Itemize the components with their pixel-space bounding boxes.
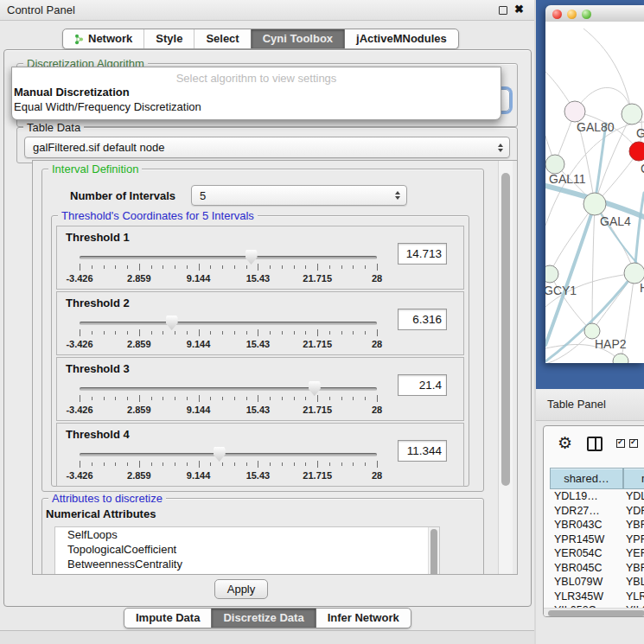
cell-name: YDL1 <box>626 490 644 502</box>
cell-name: YBR0 <box>626 562 644 574</box>
right-panel: GAL80GACGAL11GAL4GCY1HHAP2 Table Panel ⚙… <box>536 0 644 644</box>
table-toolbar: ⚙ <box>544 426 644 464</box>
column-header-name[interactable]: n <box>623 468 644 489</box>
table-row[interactable]: YBR043CYBR0 <box>544 519 644 533</box>
slider-tick-labels: -3.4262.8599.14415.4321.71528 <box>80 470 377 482</box>
node-label: C <box>641 162 644 175</box>
table-data-selected-value: galFiltered.sif default node <box>25 141 492 154</box>
network-node[interactable] <box>564 101 585 122</box>
gear-icon[interactable]: ⚙ <box>558 433 572 453</box>
control-panel: Control Panel ✖ NetworkStyleSelectCyni T… <box>0 0 534 644</box>
node-label: H <box>640 281 644 295</box>
settings-scrollbar[interactable] <box>498 161 513 574</box>
network-node[interactable] <box>545 265 558 283</box>
close-traffic-light-icon[interactable] <box>552 10 562 19</box>
threshold-panel-1: Threshold 1-3.4262.8599.14415.4321.71528 <box>56 226 464 290</box>
tick-label: 9.144 <box>187 470 211 481</box>
scrollbar-thumb[interactable] <box>548 610 644 616</box>
tab-infer-network[interactable]: Infer Network <box>316 609 411 628</box>
select-all-columns-icon[interactable] <box>629 439 638 448</box>
tab-jactivemnodules[interactable]: jActiveMNodules <box>344 29 458 48</box>
control-panel-titlebar: Control Panel ✖ <box>0 0 534 21</box>
network-node[interactable] <box>622 104 642 124</box>
split-columns-icon[interactable] <box>587 437 603 451</box>
table-horizontal-scrollbar[interactable] <box>544 608 644 617</box>
attribute-item[interactable]: SelfLoops <box>55 527 439 542</box>
tab-style[interactable]: Style <box>143 29 194 48</box>
close-icon[interactable]: ✖ <box>514 3 524 16</box>
table-row[interactable]: YDR27…YDR2 <box>544 505 644 520</box>
table-row[interactable]: YLR345WYLR3 <box>544 590 644 605</box>
list-scrollbar[interactable] <box>428 527 439 575</box>
attribute-item[interactable]: TopologicalCoefficient <box>55 542 439 557</box>
network-node[interactable] <box>613 354 628 363</box>
column-header-shared-name[interactable]: shared… <box>550 468 623 489</box>
tick-label: 21.715 <box>303 273 332 284</box>
number-of-intervals-combobox[interactable]: 5 <box>191 185 407 206</box>
zoom-traffic-light-icon[interactable] <box>582 10 591 19</box>
table-row[interactable]: YBR045CYBR0 <box>544 562 644 577</box>
slider-track[interactable] <box>80 453 377 456</box>
network-graph: GAL80GACGAL11GAL4GCY1HHAP2 <box>545 22 644 363</box>
slider-thumb[interactable] <box>309 381 321 396</box>
number-of-intervals-value: 5 <box>192 189 389 202</box>
select-columns-icon[interactable] <box>616 439 625 448</box>
tab-label: Style <box>156 29 182 48</box>
attribute-item[interactable]: BetweennessCentrality <box>55 557 439 571</box>
tick-label: 2.859 <box>127 405 151 415</box>
tick-label: 9.144 <box>187 405 211 415</box>
threshold-value-input[interactable] <box>398 243 447 265</box>
network-node[interactable] <box>545 155 564 174</box>
cell-shared-name: YBL079W <box>554 576 603 588</box>
tab-network[interactable]: Network <box>63 29 143 48</box>
table-row[interactable]: YDL19…YDL1 <box>544 490 644 505</box>
interval-definition-group: Interval Definition Number of Intervals … <box>41 169 484 492</box>
algorithm-option-equal-width[interactable]: Equal Width/Frequency Discretization <box>12 99 501 114</box>
slider-tick-labels: -3.4262.8599.14415.4321.71528 <box>80 339 377 351</box>
threshold-value-input[interactable] <box>398 440 447 462</box>
tick-label: 15.43 <box>246 405 271 415</box>
network-window-titlebar[interactable] <box>545 5 644 22</box>
group-title: Interval Definition <box>48 163 142 175</box>
threshold-value-input[interactable] <box>398 374 447 396</box>
tab-discretize-data[interactable]: Discretize Data <box>211 609 315 628</box>
tick-label: 15.43 <box>246 470 271 481</box>
float-panel-icon[interactable] <box>499 6 507 15</box>
slider-ticks <box>80 395 377 403</box>
network-node[interactable] <box>629 142 644 161</box>
thresholds-coordinates-group: Threshold's Coordinates for 5 Intervals … <box>51 215 469 487</box>
slider-thumb[interactable] <box>166 316 178 330</box>
network-canvas[interactable]: GAL80GACGAL11GAL4GCY1HHAP2 <box>545 22 644 363</box>
slider-track[interactable] <box>80 256 377 259</box>
slider-track[interactable] <box>80 387 377 391</box>
threshold-slider: -3.4262.8599.14415.4321.71528 <box>80 318 377 353</box>
slider-thumb[interactable] <box>214 447 226 462</box>
threshold-label: Threshold 2 <box>66 296 130 309</box>
minimize-traffic-light-icon[interactable] <box>567 10 577 19</box>
table-row[interactable]: YER054CYER0 <box>544 547 644 562</box>
threshold-value-input[interactable] <box>398 309 447 330</box>
tab-cyni-toolbox[interactable]: Cyni Toolbox <box>251 29 344 48</box>
network-desktop: GAL80GACGAL11GAL4GCY1HHAP2 <box>536 0 644 389</box>
scrollbar-thumb[interactable] <box>501 173 510 486</box>
tab-label: Network <box>88 29 132 48</box>
panel-title: Control Panel <box>7 3 75 16</box>
tab-impute-data[interactable]: Impute Data <box>124 609 211 628</box>
slider-thumb[interactable] <box>245 250 258 265</box>
slider-track[interactable] <box>80 322 377 325</box>
table-row[interactable]: YBL079WYBL0 <box>544 576 644 590</box>
table-row[interactable]: YPR145WYPR1 <box>544 533 644 548</box>
tick-label: -3.426 <box>66 339 92 349</box>
dropdown-hint: Select algorithm to view settings <box>12 67 501 85</box>
node-label: GAL80 <box>577 120 615 134</box>
algorithm-option-manual[interactable]: Manual Discretization <box>12 85 501 99</box>
threshold-panel-3: Threshold 3-3.4262.8599.14415.4321.71528 <box>56 357 464 421</box>
tab-select[interactable]: Select <box>194 29 250 48</box>
network-node[interactable] <box>583 193 606 215</box>
apply-button[interactable]: Apply <box>214 579 268 599</box>
network-view-window: GAL80GACGAL11GAL4GCY1HHAP2 <box>545 5 644 363</box>
table-data-combobox[interactable]: galFiltered.sif default node <box>24 137 510 158</box>
numerical-attributes-label: Numerical Attributes <box>46 507 156 520</box>
application-window: Control Panel ✖ NetworkStyleSelectCyni T… <box>0 0 644 644</box>
group-title: Attributes to discretize <box>48 492 166 505</box>
